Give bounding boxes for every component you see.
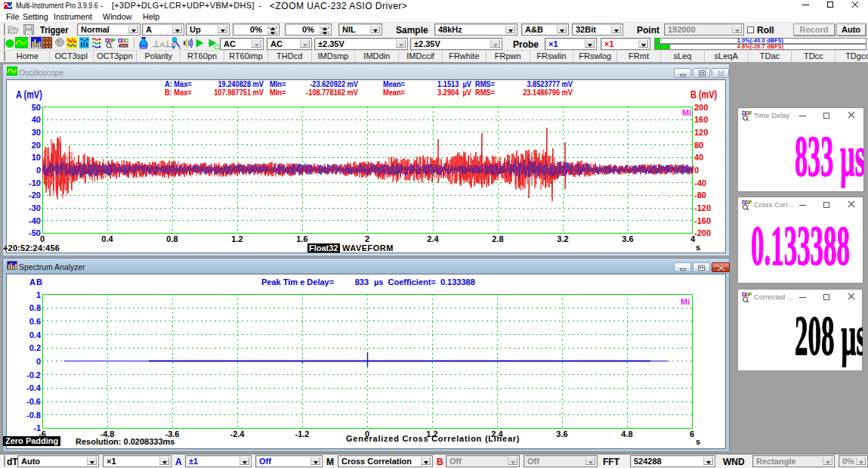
svg-text:Mi: Mi [682, 108, 691, 117]
svg-text:DDC: DDC [118, 37, 129, 44]
svg-text:833 µs: 833 µs [795, 124, 864, 188]
svg-text:Mi: Mi [681, 297, 690, 306]
svg-text:DDP: DDP [105, 37, 116, 44]
svg-text:0.133388: 0.133388 [751, 214, 850, 277]
svg-text:208 µs: 208 µs [795, 304, 863, 367]
